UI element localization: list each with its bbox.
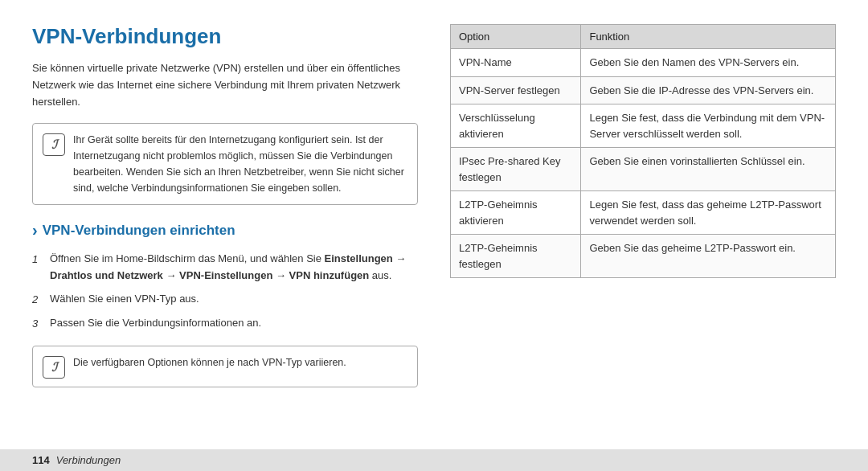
table-cell-funktion-2: Legen Sie fest, dass die Verbindung mit … [581,104,836,148]
table-cell-option-3: IPsec Pre-shared Key festlegen [451,148,581,191]
table-row: L2TP-Geheimnis aktivierenLegen Sie fest,… [451,191,836,235]
table-cell-funktion-5: Geben Sie das geheime L2TP-Passwort ein. [581,235,836,278]
footer-page-number: 114 [32,454,50,466]
note-icon-1: ℐ [43,133,65,156]
table-cell-option-1: VPN-Server festlegen [451,76,581,104]
options-table: Option Funktion VPN-NameGeben Sie den Na… [450,24,836,278]
table-row: IPsec Pre-shared Key festlegenGeben Sie … [451,148,836,191]
table-cell-funktion-3: Geben Sie einen vorinstallierten Schlüss… [581,148,836,191]
note-text-2: Die verfügbaren Optionen können je nach … [73,354,346,371]
step-number-1: 1 [32,252,43,268]
table-cell-option-0: VPN-Name [451,49,581,77]
step-number-2: 2 [32,292,43,309]
section-heading: VPN-Verbindungen einrichten [32,221,418,240]
intro-text: Sie können virtuelle private Netzwerke (… [32,60,418,110]
table-header-funktion: Funktion [581,25,836,49]
step-text-3: Passen Sie die Verbindungsinformationen … [50,315,418,332]
step-text-2: Wählen Sie einen VPN-Typ aus. [50,291,418,308]
left-column: VPN-Verbindungen Sie können virtuelle pr… [32,24,418,433]
table-row: VPN-NameGeben Sie den Namen des VPN-Serv… [451,49,836,77]
step-number-3: 3 [32,316,43,333]
footer-section-label: Verbindungen [56,454,121,466]
note-box-1: ℐ Ihr Gerät sollte bereits für den Inter… [32,123,418,205]
note-box-2: ℐ Die verfügbaren Optionen können je nac… [32,346,418,387]
step-text-1: Öffnen Sie im Home-Bildschirm das Menü, … [50,251,418,285]
table-cell-funktion-4: Legen Sie fest, dass das geheime L2TP-Pa… [581,191,836,235]
table-row: VPN-Server festlegenGeben Sie die IP-Adr… [451,76,836,104]
table-row: L2TP-Geheimnis festlegenGeben Sie das ge… [451,235,836,278]
table-row: Verschlüsselung aktivierenLegen Sie fest… [451,104,836,148]
note-text-1: Ihr Gerät sollte bereits für den Interne… [73,132,407,196]
step-item-1: 1 Öffnen Sie im Home-Bildschirm das Menü… [32,251,418,285]
table-cell-option-2: Verschlüsselung aktivieren [451,104,581,148]
footer-bar: 114 Verbindungen [0,449,868,471]
table-cell-option-4: L2TP-Geheimnis aktivieren [451,191,581,235]
table-cell-funktion-1: Geben Sie die IP-Adresse des VPN-Servers… [581,76,836,104]
step-bold-1: Einstellungen → Drahtlos und Netzwerk → … [50,252,406,281]
page-title: VPN-Verbindungen [32,24,418,49]
steps-list: 1 Öffnen Sie im Home-Bildschirm das Menü… [32,251,418,332]
table-cell-option-5: L2TP-Geheimnis festlegen [451,235,581,278]
step-item-3: 3 Passen Sie die Verbindungsinformatione… [32,315,418,333]
right-column: Option Funktion VPN-NameGeben Sie den Na… [450,24,836,433]
table-cell-funktion-0: Geben Sie den Namen des VPN-Servers ein. [581,49,836,77]
table-header-option: Option [451,25,581,49]
step-item-2: 2 Wählen Sie einen VPN-Typ aus. [32,291,418,309]
note-icon-2: ℐ [43,356,65,379]
